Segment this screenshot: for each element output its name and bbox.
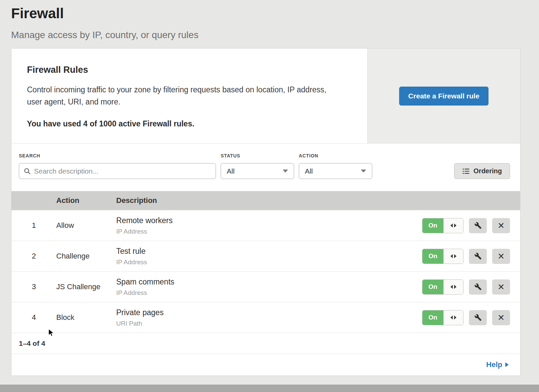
- row-number: 3: [11, 282, 56, 291]
- row-controls: On ✕: [421, 249, 520, 264]
- page-header: Firewall Manage access by IP, country, o…: [0, 0, 539, 40]
- wrench-icon: [474, 252, 482, 260]
- create-firewall-rule-button[interactable]: Create a Firewall rule: [399, 87, 488, 105]
- row-description: Test rule: [116, 247, 421, 256]
- row-description-cell: Spam comments IP Address: [116, 277, 421, 297]
- row-description-cell: Test rule IP Address: [116, 247, 421, 266]
- toggle-on-label: On: [422, 310, 443, 325]
- table-header-row: Action Description: [11, 191, 520, 210]
- row-match-type: IP Address: [116, 289, 421, 297]
- row-number: 4: [11, 313, 56, 322]
- status-label: STATUS: [221, 153, 294, 158]
- page-subtitle: Manage access by IP, country, or query r…: [11, 30, 528, 40]
- x-icon: ✕: [498, 252, 505, 261]
- row-description-cell: Remote workers IP Address: [116, 216, 421, 235]
- row-controls: On ✕: [421, 279, 520, 295]
- row-description: Remote workers: [116, 216, 421, 225]
- x-icon: ✕: [498, 221, 505, 230]
- row-number: 1: [11, 221, 56, 230]
- panel-header-side: Create a Firewall rule: [367, 49, 520, 143]
- row-controls: On ✕: [421, 310, 520, 325]
- row-action: Block: [56, 313, 116, 322]
- usage-text: You have used 4 of 1000 active Firewall …: [27, 119, 344, 128]
- wrench-icon: [474, 222, 482, 229]
- edit-rule-button[interactable]: [469, 310, 487, 325]
- panel-footer: Help: [11, 354, 520, 375]
- row-match-type: IP Address: [116, 228, 421, 235]
- page-title: Firewall: [11, 3, 528, 22]
- delete-rule-button[interactable]: ✕: [492, 310, 510, 325]
- delete-rule-button[interactable]: ✕: [492, 218, 510, 233]
- filters-bar: SEARCH STATUS All ACTION All: [11, 144, 520, 191]
- x-icon: ✕: [498, 283, 505, 291]
- delete-rule-button[interactable]: ✕: [492, 279, 510, 295]
- toggle-handle-icon[interactable]: [443, 249, 463, 264]
- toggle-on-label: On: [422, 218, 443, 233]
- rule-enabled-toggle[interactable]: On: [422, 249, 464, 264]
- ordering-button[interactable]: Ordering: [454, 163, 510, 179]
- rule-enabled-toggle[interactable]: On: [422, 310, 464, 325]
- status-select[interactable]: All: [221, 163, 294, 179]
- toggle-on-label: On: [422, 249, 443, 264]
- status-select-value: All: [227, 167, 234, 175]
- edit-rule-button[interactable]: [469, 279, 487, 295]
- arrow-right-icon: [505, 362, 509, 367]
- edit-rule-button[interactable]: [469, 249, 487, 264]
- wrench-icon: [474, 283, 482, 291]
- action-select-value: All: [305, 167, 313, 175]
- row-action: JS Challenge: [56, 282, 116, 291]
- table-row: 3 JS Challenge Spam comments IP Address …: [11, 271, 520, 302]
- ordered-list-icon: [462, 168, 470, 175]
- action-label: ACTION: [299, 153, 372, 158]
- help-link-label: Help: [486, 360, 502, 369]
- toggle-handle-icon[interactable]: [443, 280, 463, 294]
- row-description: Private pages: [116, 308, 421, 317]
- delete-rule-button[interactable]: ✕: [492, 249, 510, 264]
- wrench-icon: [474, 314, 482, 321]
- action-select[interactable]: All: [299, 163, 372, 179]
- search-icon: [24, 168, 31, 175]
- help-link[interactable]: Help: [486, 360, 509, 369]
- row-action: Challenge: [56, 252, 116, 261]
- panel-header-text: Firewall Rules Control incoming traffic …: [11, 49, 367, 143]
- status-filter: STATUS All: [221, 153, 294, 179]
- table-row: 4 Block Private pages URI Path On ✕: [11, 302, 520, 333]
- row-number: 2: [11, 252, 56, 261]
- ordering-button-label: Ordering: [474, 167, 502, 175]
- rule-enabled-toggle[interactable]: On: [422, 279, 464, 295]
- search-input[interactable]: [34, 167, 211, 175]
- toggle-handle-icon[interactable]: [443, 218, 463, 233]
- row-action: Allow: [56, 221, 116, 230]
- column-header-description: Description: [116, 196, 421, 205]
- card-description: Control incoming traffic to your zone by…: [27, 84, 344, 108]
- bottom-bar: [0, 385, 539, 392]
- search-input-wrapper[interactable]: [19, 163, 216, 179]
- pagination-status: 1–4 of 4: [11, 333, 520, 354]
- row-match-type: IP Address: [116, 259, 421, 266]
- table-row: 1 Allow Remote workers IP Address On ✕: [11, 210, 520, 241]
- chevron-down-icon: [361, 170, 366, 173]
- ordering-wrap: Ordering: [454, 163, 510, 179]
- chevron-down-icon: [283, 170, 288, 173]
- column-header-action: Action: [56, 196, 116, 205]
- action-filter: ACTION All: [299, 153, 372, 179]
- edit-rule-button[interactable]: [469, 218, 487, 233]
- search-filter: SEARCH: [19, 153, 216, 179]
- row-description-cell: Private pages URI Path: [116, 308, 421, 327]
- x-icon: ✕: [498, 313, 505, 322]
- row-controls: On ✕: [421, 218, 520, 233]
- firewall-rules-panel: Firewall Rules Control incoming traffic …: [11, 48, 520, 376]
- card-heading: Firewall Rules: [27, 65, 344, 75]
- row-match-type: URI Path: [116, 320, 421, 327]
- toggle-handle-icon[interactable]: [443, 310, 463, 325]
- search-label: SEARCH: [19, 153, 216, 158]
- table-row: 2 Challenge Test rule IP Address On ✕: [11, 241, 520, 271]
- row-description: Spam comments: [116, 277, 421, 287]
- toggle-on-label: On: [422, 280, 443, 294]
- panel-header: Firewall Rules Control incoming traffic …: [11, 49, 520, 144]
- rule-enabled-toggle[interactable]: On: [422, 218, 464, 233]
